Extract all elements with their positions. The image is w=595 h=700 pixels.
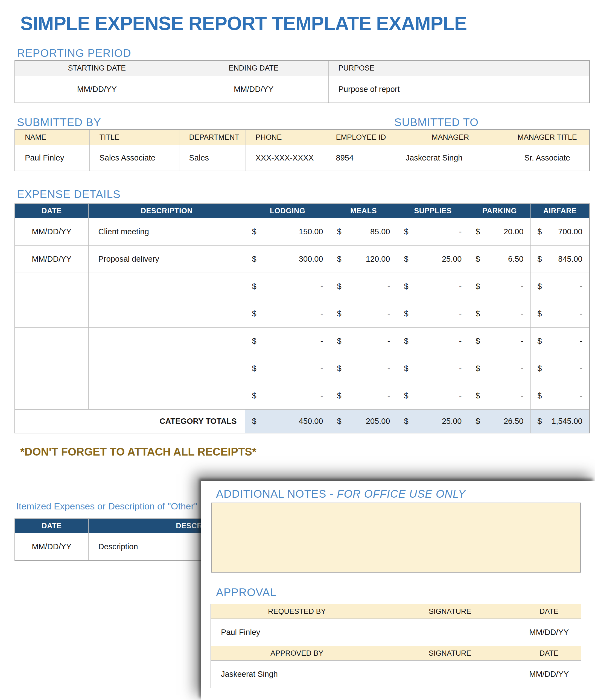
lodging-amount-cell[interactable]: $-: [245, 355, 330, 382]
expense-row: $- $- $- $- $-: [15, 273, 590, 300]
category-totals-label: CATEGORY TOTALS: [15, 410, 245, 433]
purpose-field[interactable]: Purpose of report: [329, 76, 590, 103]
phone-field[interactable]: XXX-XXX-XXXX: [246, 145, 326, 171]
supplies-amount-cell[interactable]: $25.00: [397, 246, 469, 273]
title-header: TITLE: [89, 130, 179, 145]
expense-row: MM/DD/YY Client meeting $150.00 $85.00 $…: [15, 218, 590, 246]
name-field[interactable]: Paul Finley: [15, 145, 89, 171]
airfare-amount-cell[interactable]: $-: [531, 300, 590, 328]
meals-amount-cell[interactable]: $-: [330, 355, 397, 382]
amount-value: 6.50: [508, 255, 523, 263]
amount-value: -: [388, 391, 390, 400]
approved-by-name-field[interactable]: Jaskeerat Singh: [211, 661, 383, 688]
manager-field[interactable]: Jaskeerat Singh: [396, 145, 505, 171]
airfare-amount-cell[interactable]: $700.00: [531, 218, 590, 246]
meals-amount-cell[interactable]: $-: [330, 382, 397, 410]
meals-amount-cell[interactable]: $-: [330, 273, 397, 300]
amount-value: -: [388, 364, 390, 373]
parking-amount-cell[interactable]: $-: [469, 328, 531, 355]
lodging-amount-cell[interactable]: $300.00: [245, 246, 330, 273]
parking-amount-cell[interactable]: $-: [469, 273, 531, 300]
title-field[interactable]: Sales Associate: [89, 145, 179, 171]
expense-description-cell[interactable]: [88, 328, 245, 355]
currency-symbol: $: [252, 337, 256, 346]
submitted-table: NAME TITLE DEPARTMENT PHONE EMPLOYEE ID …: [15, 129, 590, 171]
additional-notes-box[interactable]: [211, 503, 581, 572]
expense-date-cell[interactable]: [15, 382, 88, 410]
expense-date-cell[interactable]: [15, 328, 88, 355]
meals-amount-cell[interactable]: $120.00: [330, 246, 397, 273]
meals-amount-cell[interactable]: $-: [330, 328, 397, 355]
supplies-amount-cell[interactable]: $-: [397, 218, 469, 246]
amount-value: 20.00: [504, 227, 523, 236]
parking-amount-cell[interactable]: $-: [469, 300, 531, 328]
supplies-amount-cell[interactable]: $-: [397, 300, 469, 328]
airfare-amount-cell[interactable]: $-: [531, 382, 590, 410]
airfare-amount-cell[interactable]: $-: [531, 355, 590, 382]
department-field[interactable]: Sales: [179, 145, 246, 171]
name-header: NAME: [15, 130, 89, 145]
amount-value: -: [580, 391, 583, 400]
ending-date-field[interactable]: MM/DD/YY: [179, 76, 329, 103]
amount-value: -: [459, 364, 462, 373]
requested-date-field[interactable]: MM/DD/YY: [517, 619, 581, 646]
supplies-amount-cell[interactable]: $-: [397, 355, 469, 382]
expense-date-cell[interactable]: [15, 300, 88, 328]
expense-date-cell[interactable]: [15, 355, 88, 382]
employee-id-field[interactable]: 8954: [326, 145, 396, 171]
meals-amount-cell[interactable]: $85.00: [330, 218, 397, 246]
approval-table: REQUESTED BY SIGNATURE DATE Paul Finley …: [210, 604, 581, 688]
currency-symbol: $: [476, 417, 480, 426]
additional-notes-heading: ADDITIONAL NOTES - FOR OFFICE USE ONLY: [216, 488, 466, 500]
date-header: DATE: [517, 646, 581, 661]
requested-by-name-field[interactable]: Paul Finley: [211, 619, 383, 646]
expense-header-row: DATE DESCRIPTION LODGING MEALS SUPPLIES …: [15, 204, 590, 218]
expense-date-cell[interactable]: MM/DD/YY: [15, 218, 88, 246]
expense-description-cell[interactable]: [88, 382, 245, 410]
supplies-amount-cell[interactable]: $-: [397, 328, 469, 355]
expense-date-cell[interactable]: [15, 273, 88, 300]
expense-description-cell[interactable]: [88, 273, 245, 300]
currency-symbol: $: [404, 282, 408, 291]
amount-value: 120.00: [366, 255, 390, 263]
meals-amount-cell[interactable]: $-: [330, 300, 397, 328]
approved-date-field[interactable]: MM/DD/YY: [517, 661, 581, 688]
itemized-expenses-heading: Itemized Expenses or Description of "Oth…: [16, 501, 197, 512]
reporting-header-row: STARTING DATE ENDING DATE PURPOSE: [15, 60, 590, 76]
amount-value: -: [459, 309, 462, 318]
expense-description-cell[interactable]: [88, 355, 245, 382]
lodging-amount-cell[interactable]: $-: [245, 273, 330, 300]
meals-header: MEALS: [330, 204, 397, 218]
amount-value: -: [580, 364, 583, 373]
parking-amount-cell[interactable]: $-: [469, 382, 531, 410]
parking-amount-cell[interactable]: $20.00: [469, 218, 531, 246]
requested-signature-field[interactable]: [383, 619, 517, 646]
starting-date-field[interactable]: MM/DD/YY: [15, 76, 179, 103]
itemized-date-field[interactable]: MM/DD/YY: [15, 533, 88, 561]
parking-amount-cell[interactable]: $6.50: [469, 246, 531, 273]
lodging-amount-cell[interactable]: $150.00: [245, 218, 330, 246]
expense-description-cell[interactable]: [88, 300, 245, 328]
supplies-amount-cell[interactable]: $-: [397, 273, 469, 300]
approved-by-header-row: APPROVED BY SIGNATURE DATE: [211, 646, 581, 661]
supplies-amount-cell[interactable]: $-: [397, 382, 469, 410]
airfare-amount-cell[interactable]: $-: [531, 328, 590, 355]
date-header: DATE: [15, 204, 88, 218]
expense-description-cell[interactable]: Proposal delivery: [88, 246, 245, 273]
lodging-amount-cell[interactable]: $-: [245, 382, 330, 410]
approved-signature-field[interactable]: [383, 661, 517, 688]
phone-header: PHONE: [246, 130, 326, 145]
reporting-value-row: MM/DD/YY MM/DD/YY Purpose of report: [15, 76, 590, 103]
currency-symbol: $: [404, 309, 408, 318]
parking-amount-cell[interactable]: $-: [469, 355, 531, 382]
total-value: 450.00: [299, 417, 323, 426]
office-use-panel: ADDITIONAL NOTES - FOR OFFICE USE ONLY A…: [201, 481, 595, 700]
expense-description-cell[interactable]: Client meeting: [88, 218, 245, 246]
lodging-amount-cell[interactable]: $-: [245, 300, 330, 328]
manager-title-field[interactable]: Sr. Associate: [505, 145, 590, 171]
airfare-amount-cell[interactable]: $845.00: [531, 246, 590, 273]
lodging-amount-cell[interactable]: $-: [245, 328, 330, 355]
airfare-amount-cell[interactable]: $-: [531, 273, 590, 300]
expense-details-table: DATE DESCRIPTION LODGING MEALS SUPPLIES …: [15, 203, 590, 433]
expense-date-cell[interactable]: MM/DD/YY: [15, 246, 88, 273]
